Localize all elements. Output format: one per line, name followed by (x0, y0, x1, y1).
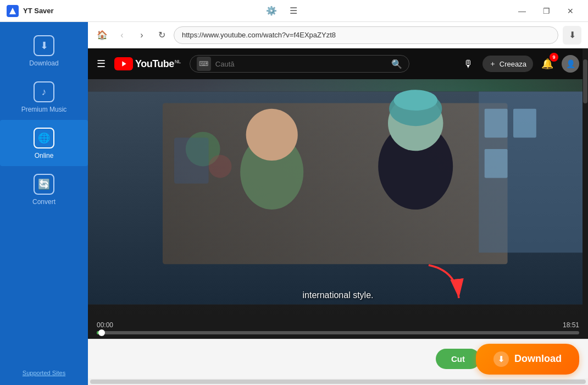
time-total: 18:51 (563, 321, 579, 329)
yt-logo[interactable]: YouTubeNL (114, 57, 181, 70)
progress-handle[interactable] (98, 329, 105, 336)
svg-point-15 (393, 90, 437, 111)
yt-keyboard-icon[interactable]: ⌨ (197, 57, 211, 71)
svg-rect-9 (485, 149, 508, 178)
sidebar-item-premium-music[interactable]: ♪ Premium Music (0, 74, 88, 120)
sidebar-item-download[interactable]: ⬇ Download (0, 28, 88, 74)
video-player[interactable]: international style. (88, 79, 588, 317)
download-icon: ⬇ (34, 35, 54, 56)
title-bar: YT Saver ⚙️ ☰ — ❐ ✕ (0, 0, 588, 22)
yt-logo-icon (114, 57, 133, 70)
horiz-scroll-thumb[interactable] (90, 380, 586, 384)
yt-avatar[interactable]: 👤 (562, 55, 579, 73)
yt-notification-icon[interactable]: 🔔 9 (539, 55, 556, 73)
youtube-header: ☰ YouTubeNL ⌨ 🔍 🎙 ＋ (88, 48, 588, 79)
video-frame-art (88, 79, 588, 317)
convert-icon: 🔄 (34, 174, 54, 195)
svg-rect-7 (485, 109, 508, 138)
url-input[interactable] (174, 26, 558, 44)
settings-icon[interactable]: ⚙️ (264, 3, 279, 19)
horizontal-scrollbar[interactable] (88, 378, 588, 385)
app-title: YT Saver (23, 7, 54, 15)
forward-button[interactable]: › (134, 28, 149, 43)
sidebar-item-convert[interactable]: 🔄 Convert (0, 166, 88, 212)
minimize-button[interactable]: — (511, 3, 533, 19)
title-bar-icons: ⚙️ ☰ (264, 3, 301, 19)
yt-mic-icon[interactable]: 🎙 (459, 55, 477, 73)
back-button[interactable]: ‹ (114, 28, 130, 43)
content-area: 🏠 ‹ › ↻ ⬇ ☰ YouTubeNL ⌨ (88, 22, 588, 385)
download-icon-bar[interactable]: ⬇ (563, 26, 581, 45)
svg-rect-8 (513, 109, 536, 138)
yt-create-label: Creeaza (500, 60, 526, 68)
time-current: 00:00 (97, 321, 113, 329)
main-layout: ⬇ Download ♪ Premium Music 🌐 Online 🔄 Co… (0, 22, 588, 385)
time-row: 00:00 18:51 (97, 321, 579, 329)
close-button[interactable]: ✕ (559, 3, 581, 19)
yt-create-button[interactable]: ＋ Creeaza (482, 56, 533, 72)
window-controls: — ❐ ✕ (511, 3, 581, 19)
bottom-row: Cut ⬇ Download (88, 339, 588, 378)
address-bar: 🏠 ‹ › ↻ ⬇ (88, 22, 588, 48)
yt-search-submit[interactable]: 🔍 (391, 59, 402, 69)
svg-rect-2 (163, 103, 508, 264)
scrollbar[interactable] (583, 48, 588, 339)
subtitle: international style. (303, 290, 374, 300)
svg-point-11 (246, 109, 298, 161)
download-button[interactable]: ⬇ Download (476, 344, 579, 375)
scrollbar-thumb[interactable] (583, 59, 587, 103)
yt-right-icons: 🎙 ＋ Creeaza 🔔 9 👤 (459, 55, 579, 73)
browser-content: ☰ YouTubeNL ⌨ 🔍 🎙 ＋ (88, 48, 588, 339)
sidebar-label-premium-music: Premium Music (21, 106, 67, 113)
progress-bar[interactable] (97, 331, 579, 334)
sidebar: ⬇ Download ♪ Premium Music 🌐 Online 🔄 Co… (0, 22, 88, 385)
video-scene: international style. (88, 79, 588, 317)
sidebar-item-online[interactable]: 🌐 Online (0, 120, 88, 166)
sidebar-label-download: Download (29, 59, 58, 67)
sidebar-label-online: Online (35, 152, 54, 160)
yt-logo-text: YouTubeNL (135, 58, 181, 70)
yt-notification-badge: 9 (550, 53, 558, 62)
refresh-button[interactable]: ↻ (154, 28, 169, 43)
home-button[interactable]: 🏠 (95, 28, 110, 43)
supported-sites-link[interactable]: Supported Sites (23, 370, 65, 385)
sidebar-label-convert: Convert (32, 198, 56, 206)
music-icon: ♪ (34, 81, 54, 102)
app-logo (7, 5, 19, 17)
menu-icon[interactable]: ☰ (286, 3, 301, 19)
yt-search-input[interactable] (215, 60, 387, 68)
yt-plus-icon: ＋ (489, 59, 496, 69)
online-icon: 🌐 (34, 128, 54, 148)
svg-point-4 (209, 155, 232, 178)
download-circle-icon: ⬇ (493, 351, 509, 367)
player-controls: 00:00 18:51 (88, 317, 588, 339)
cut-button[interactable]: Cut (436, 349, 480, 369)
yt-search-bar: ⌨ 🔍 (190, 55, 409, 73)
yt-menu-icon[interactable]: ☰ (97, 58, 106, 70)
maximize-button[interactable]: ❐ (535, 3, 557, 19)
download-button-label: Download (514, 353, 562, 365)
svg-rect-5 (174, 138, 209, 184)
